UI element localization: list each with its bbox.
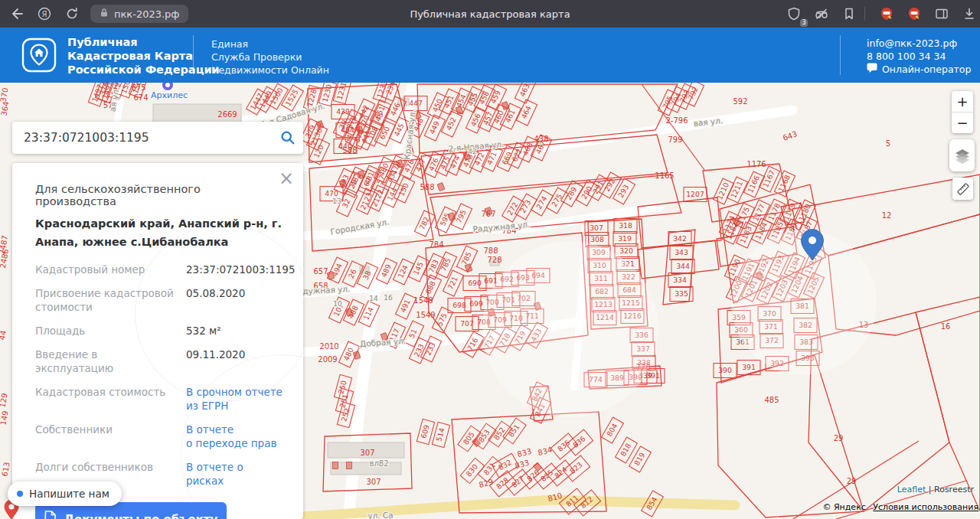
svg-text:784: 784 — [429, 240, 443, 249]
search-icon[interactable] — [273, 130, 303, 145]
svg-text:588: 588 — [342, 146, 357, 155]
info-row: Кадастровая стоимостьВ срочном отчете из… — [35, 385, 283, 413]
app-window: Я пкк-2023.рф Публичная кадастровая карт… — [0, 0, 980, 519]
browser-toolbar: Я пкк-2023.рф Публичная кадастровая карт… — [0, 0, 980, 28]
info-row: СобственникиВ отчете о переходе прав — [35, 423, 283, 450]
chat-bubble[interactable]: Напишите нам — [8, 481, 122, 506]
yandex-attribution: © Яндекс Условия использования — [822, 502, 978, 512]
info-row: Введение в эксплуатацию09.11.2020 — [35, 348, 283, 375]
row-value: 23:37:0721003:1195 — [186, 263, 295, 276]
rosreestr-label: Rosreestr — [934, 485, 974, 495]
svg-text:657: 657 — [313, 267, 328, 276]
contact-email[interactable]: info@пкк-2023.рф — [867, 37, 971, 50]
svg-text:334: 334 — [673, 276, 687, 284]
svg-text:29: 29 — [847, 477, 857, 485]
svg-text:ул. Са: ул. Са — [368, 510, 394, 519]
svg-text:439: 439 — [336, 107, 350, 116]
info-row: Кадастровый номер23:37:0721003:1195 — [35, 263, 283, 276]
parcel-address: Краснодарский край, Анапский р-н, г. Ана… — [35, 214, 283, 251]
extension-icon[interactable] — [876, 3, 897, 24]
svg-text:307: 307 — [590, 224, 603, 232]
row-link[interactable]: В срочном отчете из ЕГРН — [186, 385, 283, 413]
svg-text:390: 390 — [718, 366, 732, 374]
sidebar-panel-icon[interactable] — [931, 3, 952, 24]
download-icon[interactable] — [959, 3, 980, 24]
row-value: 532 м² — [186, 324, 283, 338]
search-input[interactable] — [12, 131, 273, 145]
site-logo-icon[interactable] — [21, 38, 57, 76]
svg-text:318: 318 — [619, 221, 632, 230]
contact-phone[interactable]: 8 800 100 34 34 — [867, 50, 971, 63]
bookmark-icon[interactable] — [838, 3, 860, 24]
svg-text:307: 307 — [366, 478, 381, 486]
row-label: Кадастровая стоимость — [35, 385, 186, 413]
online-operator[interactable]: Онлайн-оператор — [867, 63, 971, 76]
shield-badge: 3 — [800, 19, 808, 27]
svg-text:319: 319 — [618, 234, 632, 243]
address-bar[interactable]: пкк-2023.рф — [90, 5, 188, 23]
yandex-browser-icon[interactable]: Я — [34, 3, 55, 24]
svg-text:344: 344 — [676, 262, 690, 270]
svg-text:484: 484 — [341, 126, 354, 134]
row-label: Собственники — [35, 423, 186, 450]
svg-text:12: 12 — [882, 211, 892, 220]
svg-text:767: 767 — [481, 210, 495, 218]
svg-text:391: 391 — [742, 363, 756, 371]
svg-text:10: 10 — [333, 300, 342, 308]
leaflet-link[interactable]: Leaflet — [897, 485, 926, 495]
svg-text:698: 698 — [452, 301, 466, 309]
svg-text:1549: 1549 — [416, 311, 435, 319]
svg-text:485: 485 — [764, 396, 779, 404]
protect-shield-icon[interactable]: 3 — [783, 3, 805, 24]
zoom-in-button[interactable]: + — [952, 91, 973, 113]
svg-text:2-796: 2-796 — [665, 116, 688, 125]
svg-text:2669: 2669 — [217, 110, 237, 119]
info-row: Присвоение кадастровой стоимости05.08.20… — [35, 286, 283, 314]
svg-text:1207: 1207 — [686, 190, 704, 198]
svg-text:2010: 2010 — [319, 342, 338, 351]
svg-text:335: 335 — [675, 289, 688, 298]
document-icon — [44, 511, 56, 519]
online-dot — [17, 491, 23, 497]
toolbar-divider — [864, 7, 865, 21]
header-divider — [840, 35, 841, 75]
parcel-info-panel: × Для сельскохозяйственного производства… — [12, 163, 303, 519]
ruler-icon — [956, 181, 971, 197]
site-header: Публичная Кадастровая Карта Российской Ф… — [0, 28, 980, 83]
svg-text:Я: Я — [42, 10, 47, 18]
terms-link[interactable]: Условия использования — [873, 502, 978, 512]
lock-icon — [100, 8, 109, 20]
zoom-control: + − — [952, 91, 973, 133]
extension-icon[interactable] — [903, 3, 925, 24]
svg-text:42: 42 — [468, 148, 476, 155]
svg-text:29: 29 — [834, 434, 844, 442]
svg-text:343: 343 — [675, 248, 688, 256]
svg-text:307: 307 — [360, 449, 374, 457]
row-label: Кадастровый номер — [35, 263, 186, 276]
svg-text:788: 788 — [483, 246, 498, 255]
row-label: Введение в эксплуатацию — [35, 348, 186, 375]
measure-button[interactable] — [952, 178, 973, 200]
search-box — [12, 122, 303, 154]
back-icon[interactable] — [6, 3, 28, 24]
svg-text:592: 592 — [733, 97, 747, 106]
svg-text:16: 16 — [384, 294, 393, 302]
svg-text:799: 799 — [668, 135, 682, 144]
svg-text:447: 447 — [409, 99, 423, 107]
yandex-copyright: © Яндекс — [822, 502, 865, 512]
svg-text:16: 16 — [941, 322, 951, 331]
info-row: Площадь532 м² — [35, 324, 283, 338]
svg-text:1176: 1176 — [746, 160, 766, 168]
layers-button[interactable] — [949, 139, 975, 171]
row-link[interactable]: В отчете о переходе прав — [186, 423, 283, 450]
zoom-out-button[interactable]: − — [952, 113, 973, 133]
brand-title: Публичная Кадастровая Карта Российской Ф… — [67, 35, 220, 77]
svg-text:1548: 1548 — [413, 296, 433, 305]
svg-text:342: 342 — [673, 234, 687, 243]
url-text: пкк-2023.рф — [114, 8, 179, 20]
refresh-icon[interactable] — [61, 3, 83, 24]
svg-text:2009: 2009 — [318, 355, 337, 364]
svg-text:Архилес: Архилес — [151, 90, 188, 100]
row-link[interactable]: В отчете о рисках — [186, 460, 283, 488]
incognito-off-icon[interactable] — [811, 3, 832, 24]
